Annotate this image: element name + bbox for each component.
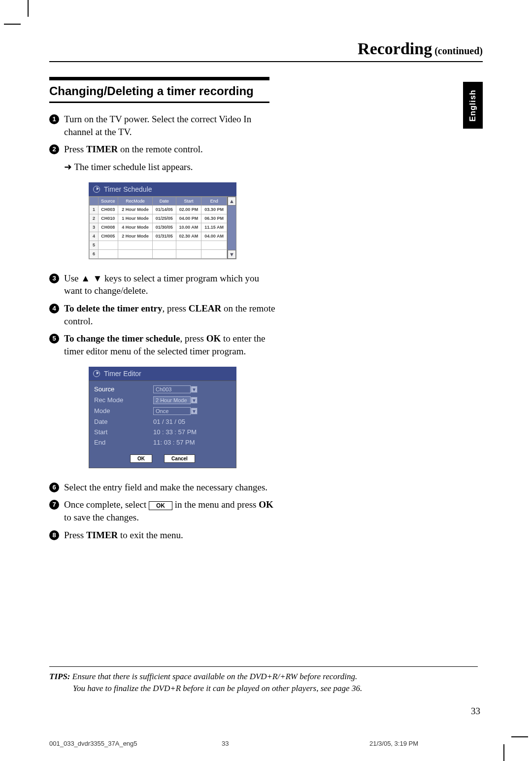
dropdown-arrow-icon: ▼ bbox=[191, 408, 198, 415]
footer-filename: 001_033_dvdr3355_37A_eng5 bbox=[49, 740, 222, 747]
scroll-down-icon: ▼ bbox=[228, 250, 236, 259]
page-title: Recording (continued) bbox=[49, 39, 483, 62]
timer-schedule-figure: Timer Schedule SourceRecModeDateStartEnd… bbox=[89, 182, 236, 259]
section-heading: Changing/Deleting a timer recording bbox=[49, 83, 269, 99]
editor-ok-button: OK bbox=[130, 454, 152, 463]
timer-editor-titlebar: Timer Editor bbox=[89, 367, 236, 380]
clock-icon bbox=[93, 370, 100, 377]
crop-mark bbox=[4, 24, 21, 25]
table-header: Source bbox=[99, 197, 118, 205]
step-4: 4 To delete the timer entry, press CLEAR… bbox=[49, 302, 276, 327]
step-num-icon: 4 bbox=[49, 304, 59, 313]
dropdown-arrow-icon: ▼ bbox=[191, 397, 198, 404]
page-number: 33 bbox=[471, 706, 480, 717]
step-num-icon: 8 bbox=[49, 530, 59, 540]
editor-row-source: Source Ch003▼ bbox=[94, 384, 231, 395]
scrollbar: ▲ ▼ bbox=[227, 197, 236, 259]
table-row: 3CH0084 Hour Mode01/30/0510.00 AM11.15 A… bbox=[90, 223, 227, 232]
timer-editor-figure: Timer Editor Source Ch003▼ Rec Mode 2 Ho… bbox=[89, 367, 236, 468]
ok-box-icon: OK bbox=[149, 501, 172, 510]
table-header: End bbox=[201, 197, 227, 205]
table-row: 6 bbox=[90, 249, 227, 258]
source-select: Ch003▼ bbox=[153, 385, 191, 393]
timer-schedule-table: SourceRecModeDateStartEnd 1CH0032 Hour M… bbox=[89, 197, 227, 259]
table-row: 1CH0032 Hour Mode01/14/0502.00 PM03.30 P… bbox=[90, 205, 227, 214]
editor-row-end: End 11: 03 : 57 PM bbox=[94, 437, 231, 448]
editor-cancel-button: Cancel bbox=[164, 454, 195, 463]
editor-row-start: Start 10 : 33 : 57 PM bbox=[94, 427, 231, 437]
step-num-icon: 2 bbox=[49, 144, 59, 154]
clock-icon bbox=[93, 186, 100, 193]
step-5: 5 To change the timer schedule, press OK… bbox=[49, 332, 276, 357]
step-8: 8 Press TIMER to exit the menu. bbox=[49, 529, 276, 542]
title-main: Recording bbox=[358, 39, 432, 58]
step-2-result: The timer schedule list appears. bbox=[64, 161, 276, 173]
title-sub: (continued) bbox=[432, 45, 483, 56]
footer-page: 33 bbox=[222, 740, 369, 747]
table-row: 2CH0101 Hour Mode01/25/0504.00 PM06.30 P… bbox=[90, 214, 227, 223]
scroll-up-icon: ▲ bbox=[228, 197, 236, 206]
editor-row-date: Date 01 / 31 / 05 bbox=[94, 416, 231, 427]
language-tab: English bbox=[463, 82, 483, 129]
step-num-icon: 6 bbox=[49, 483, 59, 492]
step-2: 2 Press TIMER on the remote control. bbox=[49, 143, 276, 156]
step-1: 1 Turn on the TV power. Select the corre… bbox=[49, 113, 276, 138]
editor-row-mode: Mode Once▼ bbox=[94, 406, 231, 416]
step-num-icon: 1 bbox=[49, 114, 59, 124]
updown-arrows-icon: ▲ ▼ bbox=[81, 273, 102, 283]
recmode-select: 2 Hour Mode▼ bbox=[153, 396, 191, 404]
crop-mark bbox=[28, 0, 29, 17]
section-underline bbox=[49, 102, 269, 103]
mode-select: Once▼ bbox=[153, 407, 191, 415]
crop-mark bbox=[511, 736, 528, 737]
step-3: 3 Use ▲ ▼ keys to select a timer program… bbox=[49, 272, 276, 297]
step-6: 6 Select the entry field and make the ne… bbox=[49, 481, 276, 494]
crop-mark bbox=[503, 744, 504, 761]
language-label: English bbox=[468, 89, 477, 121]
step-num-icon: 7 bbox=[49, 500, 59, 510]
table-header: RecMode bbox=[118, 197, 152, 205]
timer-schedule-titlebar: Timer Schedule bbox=[89, 182, 236, 196]
table-header: Start bbox=[176, 197, 201, 205]
footer-datetime: 21/3/05, 3:19 PM bbox=[369, 740, 478, 747]
tips-label: TIPS: bbox=[49, 672, 70, 681]
table-header: Date bbox=[153, 197, 176, 205]
print-footer: 001_033_dvdr3355_37A_eng5 33 21/3/05, 3:… bbox=[49, 740, 478, 747]
dropdown-arrow-icon: ▼ bbox=[191, 386, 198, 393]
table-row: 5 bbox=[90, 241, 227, 249]
step-7: 7 Once complete, select OK in the menu a… bbox=[49, 498, 276, 523]
editor-row-recmode: Rec Mode 2 Hour Mode▼ bbox=[94, 395, 231, 406]
step-num-icon: 5 bbox=[49, 334, 59, 344]
table-header bbox=[90, 197, 99, 205]
section-bar bbox=[49, 77, 269, 80]
tips-footer: TIPS: Ensure that there is sufficient sp… bbox=[49, 666, 478, 694]
table-row: 4CH0052 Hour Mode01/31/0502.30 AM04.00 A… bbox=[90, 232, 227, 241]
step-num-icon: 3 bbox=[49, 274, 59, 283]
